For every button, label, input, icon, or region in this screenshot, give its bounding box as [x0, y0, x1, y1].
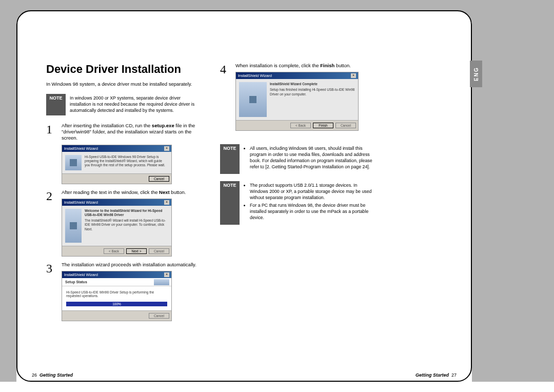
wizard-titlebar: InstallShield Wizard ×	[62, 145, 171, 152]
finish-button: Finish	[313, 123, 333, 128]
step-text: The installation wizard proceeds with in…	[62, 262, 205, 268]
footer-right: Getting Started 27	[416, 373, 457, 378]
cancel-button: Cancel	[149, 248, 169, 254]
wizard-title-text: InstallShield Wizard	[64, 146, 98, 151]
page-number: 27	[451, 373, 457, 378]
wizard-sidebar	[239, 82, 267, 117]
text-segment: button.	[334, 63, 351, 68]
wizard-title-text: InstallShield Wizard	[64, 200, 98, 205]
cancel-button: Cancel	[335, 123, 356, 128]
wizard-status-head: Setup Status	[62, 278, 171, 286]
page-margin-right	[472, 22, 554, 382]
note-box-2: NOTE All users, including Windows 98 use…	[220, 144, 379, 174]
cancel-button: Cancel	[149, 313, 169, 319]
step-4: 4 When installation is complete, click t…	[220, 63, 379, 131]
computer-icon	[70, 222, 77, 229]
note-box-top: NOTE In windows 2000 or XP systems, sepa…	[46, 94, 205, 115]
note-text: In windows 2000 or XP systems, separate …	[66, 94, 205, 115]
wizard-screenshot-2: InstallShield Wizard × Welcome to the In…	[62, 199, 172, 257]
step-text: After reading the text in the window, cl…	[62, 189, 205, 195]
next-button: Next >	[126, 248, 147, 254]
note-text: The product supports USB 2.0/1.1 storage…	[240, 181, 379, 225]
step-number: 4	[220, 63, 229, 131]
note-label: NOTE	[220, 144, 240, 174]
wizard-screenshot-4: InstallShield Wizard × InstallShield Wiz…	[235, 72, 359, 131]
wizard-sidebar	[65, 209, 82, 243]
note-item: All users, including Windows 98 users, s…	[250, 146, 374, 170]
back-button: < Back	[104, 248, 124, 254]
section-name: Getting Started	[39, 373, 73, 378]
step-number: 3	[46, 262, 55, 321]
text-segment: After inserting the installation CD, run…	[62, 123, 152, 128]
page-frame: Device Driver Installation In Windows 98…	[16, 10, 472, 382]
wizard-screenshot-3: InstallShield Wizard × Setup Status Hi-S…	[62, 271, 172, 321]
wizard-title-text: InstallShield Wizard	[64, 272, 98, 277]
text-segment: button.	[170, 189, 186, 195]
language-tab: ENG	[470, 61, 482, 87]
intro-text: In Windows 98 system, a device driver mu…	[46, 81, 205, 87]
wizard-status-text: Hi-Speed USB-to-IDE Win98 Driver Setup i…	[66, 290, 167, 298]
page-number: 26	[32, 373, 37, 378]
note-item: For a PC that runs Windows 98, the devic…	[250, 203, 374, 221]
footer-left: 26 Getting Started	[32, 373, 73, 378]
step-number: 1	[46, 123, 55, 184]
text-segment: After reading the text in the window, cl…	[62, 189, 159, 195]
close-icon: ×	[164, 146, 169, 151]
step-text: After inserting the installation CD, run…	[62, 123, 205, 142]
page-title: Device Driver Installation	[46, 63, 205, 76]
wizard-heading: InstallShield Wizard Complete	[270, 82, 355, 86]
wizard-body-text: Setup has finished installing Hi-Speed U…	[270, 88, 355, 96]
wizard-body-text: Hi-Speed USB-to-IDE Windows 98 Driver Se…	[85, 155, 168, 170]
back-button: < Back	[290, 123, 311, 128]
wizard-screenshot-1: InstallShield Wizard × Hi-Speed USB-to-I…	[62, 145, 172, 184]
right-column: 4 When installation is complete, click t…	[220, 33, 379, 359]
content-area: Device Driver Installation In Windows 98…	[46, 33, 379, 359]
cancel-button: Cancel	[149, 176, 169, 182]
wizard-titlebar: InstallShield Wizard ×	[62, 199, 171, 206]
left-column: Device Driver Installation In Windows 98…	[46, 33, 205, 359]
wizard-title-text: InstallShield Wizard	[238, 73, 272, 78]
close-icon: ×	[164, 272, 169, 277]
computer-icon	[70, 159, 77, 166]
step-3: 3 The installation wizard proceeds with …	[46, 262, 205, 321]
note-text: All users, including Windows 98 users, s…	[240, 144, 379, 174]
note-item: The product supports USB 2.0/1.1 storage…	[250, 183, 374, 201]
wizard-body-text: The InstallShield® Wizard will install H…	[85, 219, 168, 231]
computer-icon	[249, 96, 256, 103]
text-bold: setup.exe	[152, 123, 174, 128]
text-segment: When installation is complete, click the	[235, 63, 320, 68]
step-number: 2	[46, 189, 55, 257]
section-name: Getting Started	[416, 373, 449, 378]
note-label: NOTE	[220, 181, 240, 225]
page-margin-left	[0, 22, 16, 382]
wizard-titlebar: InstallShield Wizard ×	[236, 72, 358, 79]
close-icon: ×	[351, 73, 356, 78]
step-2: 2 After reading the text in the window, …	[46, 189, 205, 257]
wizard-sidebar	[65, 155, 82, 170]
note-label: NOTE	[46, 94, 66, 115]
close-icon: ×	[164, 200, 169, 205]
wizard-titlebar: InstallShield Wizard ×	[62, 271, 171, 278]
text-bold: Next	[159, 189, 170, 195]
step-text: When installation is complete, click the…	[235, 63, 379, 69]
note-box-3: NOTE The product supports USB 2.0/1.1 st…	[220, 181, 379, 225]
progress-bar: 100%	[66, 302, 167, 306]
text-bold: Finish	[320, 63, 334, 68]
step-1: 1 After inserting the installation CD, r…	[46, 123, 205, 184]
wizard-heading: Welcome to the InstallShield Wizard for …	[85, 209, 168, 217]
